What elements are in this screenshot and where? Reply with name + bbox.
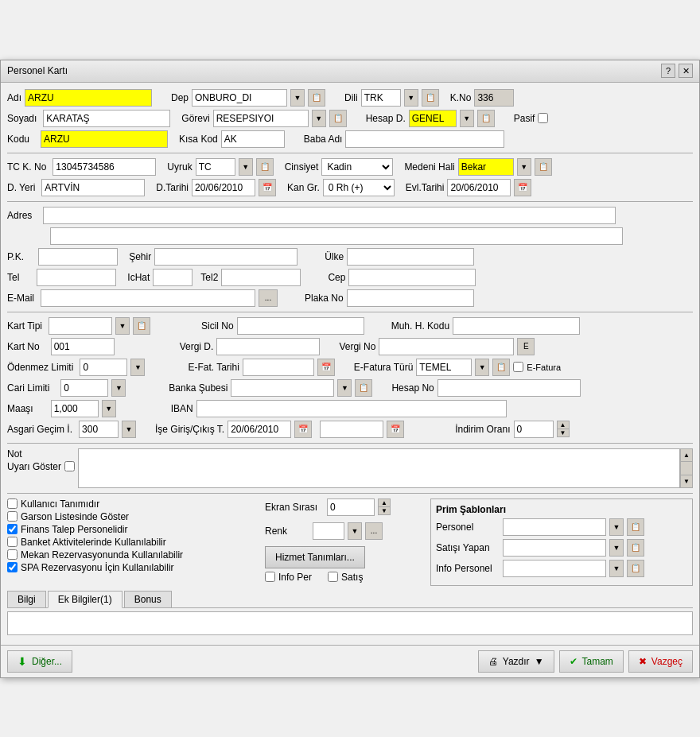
banka-subesi-input[interactable]	[231, 379, 334, 397]
prim-info-personel-dropdown[interactable]: ▼	[609, 560, 624, 577]
indirim-orani-input[interactable]	[514, 421, 554, 438]
adres-input[interactable]	[43, 207, 616, 224]
d-yeri-input[interactable]	[41, 179, 145, 196]
renk-input[interactable]	[313, 522, 344, 540]
pasif-checkbox[interactable]	[538, 113, 548, 123]
efat-tarihi-cal-btn[interactable]: 📅	[317, 359, 335, 376]
uyruk-icon-btn[interactable]: 📋	[256, 158, 274, 176]
adi-input[interactable]	[25, 89, 152, 107]
iban-input[interactable]	[196, 400, 507, 417]
evl-tarihi-input[interactable]	[447, 179, 511, 196]
dili-input[interactable]	[361, 89, 401, 107]
cinsiyet-select[interactable]: Kadin Erkek	[321, 158, 393, 176]
prim-personel-dropdown[interactable]: ▼	[609, 518, 624, 536]
efatura-checkbox[interactable]	[513, 362, 523, 372]
kodu-input[interactable]	[41, 130, 168, 148]
sicil-no-input[interactable]	[237, 317, 364, 335]
kart-tipi-icon-btn[interactable]: 📋	[133, 317, 150, 335]
dep-dropdown-btn[interactable]: ▼	[290, 89, 305, 107]
kart-no-input[interactable]	[51, 338, 115, 355]
ise-cikis-cal-btn[interactable]: 📅	[387, 421, 404, 438]
prim-personel-input[interactable]	[503, 518, 606, 536]
hesap-no-input[interactable]	[438, 379, 581, 397]
medeni-icon-btn[interactable]: 📋	[535, 158, 552, 176]
email-input[interactable]	[41, 289, 255, 307]
prim-satisi-yapan-dropdown[interactable]: ▼	[609, 539, 624, 557]
efatura-turu-icon-btn[interactable]: 📋	[492, 359, 510, 376]
d-tarihi-input[interactable]	[192, 179, 255, 196]
efatura-turu-dropdown[interactable]: ▼	[475, 359, 489, 376]
kisa-kod-input[interactable]	[221, 130, 285, 148]
ise-cikis-input[interactable]	[320, 421, 383, 438]
renk-dropdown[interactable]: ▼	[348, 522, 362, 540]
mekan-checkbox[interactable]	[7, 549, 18, 560]
muh-h-kodu-input[interactable]	[453, 317, 580, 335]
dili-icon-btn[interactable]: 📋	[422, 89, 439, 107]
cep-input[interactable]	[348, 269, 476, 286]
vergi-d-input[interactable]	[216, 338, 320, 355]
gorevi-dropdown-btn[interactable]: ▼	[312, 110, 326, 127]
uyruk-input[interactable]	[196, 158, 235, 176]
diger-button[interactable]: ⬇ Diğer...	[7, 650, 72, 673]
kan-gr-select[interactable]: 0 Rh (+)	[323, 179, 395, 196]
tab-bonus[interactable]: Bonus	[124, 591, 172, 607]
ichat-input[interactable]	[153, 269, 192, 286]
dep-input[interactable]	[192, 89, 287, 107]
vergi-no-input[interactable]	[379, 338, 514, 355]
efatura-turu-input[interactable]	[416, 359, 472, 376]
email-icon-btn[interactable]: ...	[259, 289, 278, 307]
help-button[interactable]: ?	[661, 64, 675, 78]
tel-input[interactable]	[37, 269, 116, 286]
soyadi-input[interactable]	[43, 110, 170, 127]
prim-info-personel-icon-btn[interactable]: 📋	[627, 560, 644, 577]
dep-icon-btn[interactable]: 📋	[308, 89, 325, 107]
hesap-d-input[interactable]	[409, 110, 457, 127]
indirim-spinner[interactable]: ▲ ▼	[557, 421, 570, 437]
asgari-input[interactable]	[79, 421, 119, 438]
uyruk-dropdown-btn[interactable]: ▼	[239, 158, 253, 176]
close-button[interactable]: ✕	[679, 64, 693, 78]
banka-subesi-icon-btn[interactable]: 📋	[355, 379, 372, 397]
kart-tipi-input[interactable]	[49, 317, 112, 335]
pk-input[interactable]	[38, 248, 118, 266]
prim-personel-icon-btn[interactable]: 📋	[627, 518, 644, 536]
kart-tipi-dropdown[interactable]: ▼	[115, 317, 130, 335]
gorevi-input[interactable]	[213, 110, 309, 127]
asgari-dropdown[interactable]: ▼	[122, 421, 136, 438]
cari-dropdown[interactable]: ▼	[111, 379, 126, 397]
banka-subesi-dropdown[interactable]: ▼	[337, 379, 352, 397]
ise-giris-cal-btn[interactable]: 📅	[294, 421, 312, 438]
hizmet-tanimlari-button[interactable]: Hizmet Tanımları...	[265, 546, 365, 568]
uyari-checkbox[interactable]	[64, 461, 75, 471]
gorevi-icon-btn[interactable]: 📋	[329, 110, 347, 127]
yazdir-button[interactable]: 🖨 Yazdır ▼	[478, 650, 554, 673]
plaka-no-input[interactable]	[347, 289, 474, 307]
sehir-input[interactable]	[154, 248, 298, 266]
prim-satisi-yapan-input[interactable]	[503, 539, 606, 557]
prim-info-personel-input[interactable]	[503, 560, 606, 577]
evl-tarihi-cal-btn[interactable]: 📅	[514, 179, 531, 196]
ekran-spinner[interactable]: ▲ ▼	[378, 498, 391, 515]
tab-ek-bilgiler[interactable]: Ek Bilgiler(1)	[48, 591, 122, 608]
maasi-dropdown[interactable]: ▼	[102, 400, 116, 417]
odenmez-input[interactable]	[80, 359, 127, 376]
scroll-down-btn[interactable]: ▼	[681, 475, 692, 487]
ise-giris-input[interactable]	[228, 421, 291, 438]
efat-tarihi-input[interactable]	[243, 359, 314, 376]
vergi-no-e-btn[interactable]: E	[517, 338, 535, 355]
d-tarihi-cal-btn[interactable]: 📅	[259, 179, 276, 196]
info-per-checkbox[interactable]	[265, 572, 275, 582]
renk-icon-btn[interactable]: ...	[365, 522, 383, 540]
tamam-button[interactable]: ✔ Tamam	[559, 650, 624, 673]
prim-satisi-yapan-icon-btn[interactable]: 📋	[627, 539, 644, 557]
not-textarea[interactable]	[78, 448, 680, 488]
medeni-hali-input[interactable]	[458, 158, 514, 176]
garson-checkbox[interactable]	[7, 511, 18, 522]
tc-kno-input[interactable]	[52, 158, 156, 176]
medeni-dropdown-btn[interactable]: ▼	[517, 158, 531, 176]
adres2-input[interactable]	[50, 227, 623, 245]
maasi-input[interactable]	[51, 400, 99, 417]
ulke-input[interactable]	[347, 248, 474, 266]
hesap-d-icon-btn[interactable]: 📋	[477, 110, 495, 127]
banket-checkbox[interactable]	[7, 537, 18, 547]
